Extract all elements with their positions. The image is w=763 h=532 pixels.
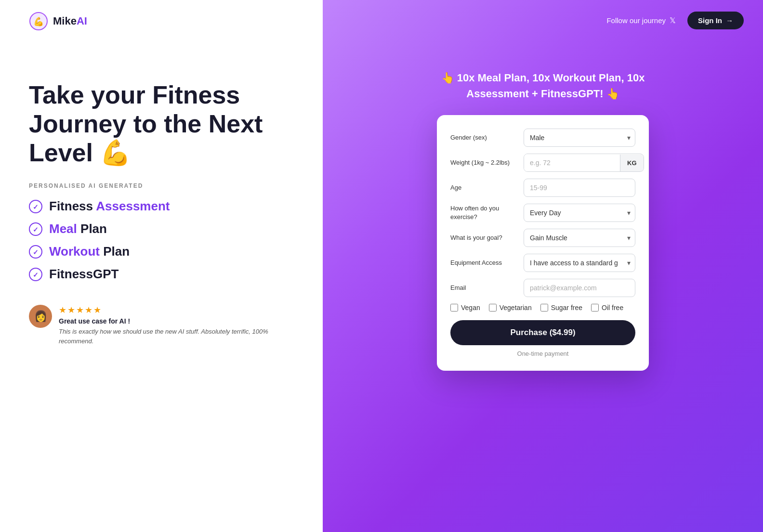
exercise-frequency-select[interactable]: Every Day 3-4 times a week 1-2 times a w… bbox=[524, 204, 635, 222]
sugar-free-checkbox[interactable] bbox=[540, 304, 548, 311]
email-row: Email bbox=[450, 279, 635, 297]
review-section: 👩 ★ ★ ★ ★ ★ Great use case for AI ! This… bbox=[29, 305, 294, 346]
weight-row: Weight (1kg ~ 2.2lbs) KG bbox=[450, 154, 635, 172]
kg-badge: KG bbox=[620, 155, 644, 171]
hero-section: Take your Fitness Journey to the Next Le… bbox=[29, 81, 294, 346]
logo-header: 💪 MikeAI bbox=[29, 0, 294, 42]
feature-fitness: ✓ Fitness Assessment bbox=[29, 199, 294, 214]
twitter-icon: 𝕏 bbox=[670, 16, 676, 25]
gender-label: Gender (sex) bbox=[450, 133, 518, 142]
logo-icon: 💪 bbox=[29, 12, 48, 31]
check-icon-fitness: ✓ bbox=[29, 200, 42, 213]
vegetarian-checkbox-item[interactable]: Vegetarian bbox=[489, 304, 532, 311]
reviewer-avatar: 👩 bbox=[29, 305, 52, 328]
personalised-label: PERSONALISED AI GENERATED bbox=[29, 182, 294, 189]
follow-link[interactable]: Follow our journey 𝕏 bbox=[606, 16, 676, 25]
gender-row: Gender (sex) Male Female Other ▾ bbox=[450, 129, 635, 147]
sugar-free-label: Sugar free bbox=[551, 304, 582, 311]
weight-control: KG bbox=[524, 154, 644, 172]
promo-text: 👆 10x Meal Plan, 10x Workout Plan, 10x A… bbox=[418, 70, 668, 102]
equipment-control: I have access to a standard gym Home wor… bbox=[524, 254, 635, 272]
oil-free-label: Oil free bbox=[602, 304, 623, 311]
sugar-free-checkbox-item[interactable]: Sugar free bbox=[540, 304, 582, 311]
email-input[interactable] bbox=[524, 279, 635, 297]
email-label: Email bbox=[450, 284, 518, 292]
feature-meal: ✓ Meal Plan bbox=[29, 221, 294, 236]
exercise-frequency-label: How often do you exercise? bbox=[450, 204, 518, 221]
equipment-label: Equipment Access bbox=[450, 259, 518, 267]
signin-button[interactable]: Sign In → bbox=[687, 12, 744, 29]
equipment-select[interactable]: I have access to a standard gym Home wor… bbox=[524, 254, 635, 272]
goal-row: What is your goal? Gain Muscle Lose Weig… bbox=[450, 229, 635, 247]
right-header: Follow our journey 𝕏 Sign In → bbox=[342, 0, 744, 41]
review-content: ★ ★ ★ ★ ★ Great use case for AI ! This i… bbox=[59, 305, 294, 346]
age-row: Age bbox=[450, 179, 635, 197]
age-label: Age bbox=[450, 183, 518, 192]
vegetarian-checkbox[interactable] bbox=[489, 304, 497, 311]
check-icon-fitnessgpt: ✓ bbox=[29, 268, 42, 281]
goal-label: What is your goal? bbox=[450, 234, 518, 242]
svg-text:💪: 💪 bbox=[33, 16, 44, 27]
gender-select[interactable]: Male Female Other bbox=[524, 129, 635, 147]
feature-fitnessgpt: ✓ FitnessGPT bbox=[29, 267, 294, 282]
review-title: Great use case for AI ! bbox=[59, 317, 294, 325]
email-control bbox=[524, 279, 635, 297]
purchase-button[interactable]: Purchase ($4.99) bbox=[450, 320, 635, 345]
vegetarian-label: Vegetarian bbox=[500, 304, 532, 311]
left-panel: 💪 MikeAI Take your Fitness Journey to th… bbox=[0, 0, 323, 532]
age-control bbox=[524, 179, 635, 197]
oil-free-checkbox-item[interactable]: Oil free bbox=[591, 304, 623, 311]
equipment-row: Equipment Access I have access to a stan… bbox=[450, 254, 635, 272]
star-rating: ★ ★ ★ ★ ★ bbox=[59, 305, 294, 315]
oil-free-checkbox[interactable] bbox=[591, 304, 599, 311]
check-icon-workout: ✓ bbox=[29, 245, 42, 259]
feature-workout: ✓ Workout Plan bbox=[29, 244, 294, 259]
weight-input[interactable] bbox=[524, 154, 620, 171]
exercise-frequency-row: How often do you exercise? Every Day 3-4… bbox=[450, 204, 635, 222]
age-input[interactable] bbox=[524, 179, 635, 197]
goal-select[interactable]: Gain Muscle Lose Weight Maintain Weight … bbox=[524, 229, 635, 247]
check-icon-meal: ✓ bbox=[29, 222, 42, 236]
gender-control: Male Female Other ▾ bbox=[524, 129, 635, 147]
review-text: This is exactly how we should use the ne… bbox=[59, 327, 294, 346]
form-card: Gender (sex) Male Female Other ▾ Weight … bbox=[437, 115, 649, 371]
vegan-checkbox-item[interactable]: Vegan bbox=[450, 304, 480, 311]
logo-text: MikeAI bbox=[53, 15, 87, 27]
dietary-checkboxes: Vegan Vegetarian Sugar free Oil free bbox=[450, 304, 635, 311]
hero-title: Take your Fitness Journey to the Next Le… bbox=[29, 81, 294, 167]
weight-wrapper: KG bbox=[524, 154, 644, 172]
goal-control: Gain Muscle Lose Weight Maintain Weight … bbox=[524, 229, 635, 247]
weight-label: Weight (1kg ~ 2.2lbs) bbox=[450, 158, 518, 167]
exercise-frequency-control: Every Day 3-4 times a week 1-2 times a w… bbox=[524, 204, 635, 222]
one-time-text: One-time payment bbox=[450, 350, 635, 357]
right-panel: Follow our journey 𝕏 Sign In → 👆 10x Mea… bbox=[323, 0, 763, 532]
vegan-label: Vegan bbox=[461, 304, 480, 311]
feature-list: ✓ Fitness Assessment ✓ Meal Plan ✓ Worko… bbox=[29, 199, 294, 282]
vegan-checkbox[interactable] bbox=[450, 304, 458, 311]
follow-text: Follow our journey bbox=[606, 16, 666, 25]
